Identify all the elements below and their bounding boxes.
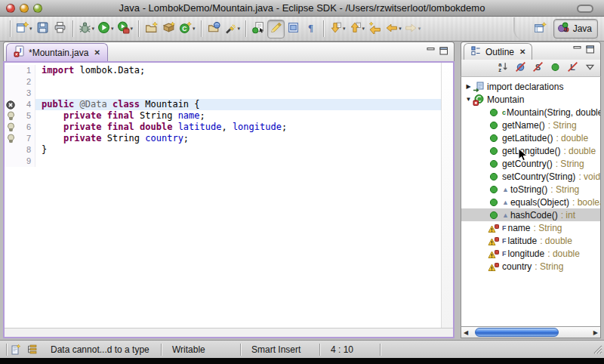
field-final-icon: [488, 235, 500, 247]
code-text[interactable]: }: [35, 144, 441, 156]
code-text[interactable]: [35, 88, 441, 99]
code-lines[interactable]: 1import lombok.Data;234public @Data clas…: [5, 63, 441, 328]
editor-maximize-button[interactable]: [439, 45, 448, 58]
scroll-left-arrow-icon[interactable]: ◀: [464, 329, 468, 336]
outline-item[interactable]: setCountry(String): void: [461, 170, 600, 183]
outline-item[interactable]: getLongitude(): double: [461, 144, 600, 157]
code-text[interactable]: private String country;: [35, 133, 441, 144]
new-java-class-icon: C: [179, 21, 192, 37]
view-menu-button[interactable]: [582, 61, 597, 75]
code-line[interactable]: 4public @Data class Mountain {: [5, 99, 441, 110]
outline-item[interactable]: ▲equals(Object): boolean: [461, 196, 600, 208]
next-annotation-button[interactable]: ▾: [328, 20, 347, 39]
outline-close-icon[interactable]: ✕: [519, 48, 525, 56]
outline-item-type: : String: [556, 159, 584, 169]
outline-horizontal-scrollbar[interactable]: ◀ ▶: [461, 326, 601, 338]
new-wizard-button[interactable]: ▾: [14, 20, 34, 39]
new-java-project-button[interactable]: [143, 20, 160, 39]
page-star-icon[interactable]: [7, 344, 23, 356]
outline-item[interactable]: country: String: [461, 260, 600, 273]
search-button[interactable]: ▾: [223, 20, 242, 39]
code-text[interactable]: [35, 156, 441, 167]
bulb-marker-icon[interactable]: [5, 122, 17, 133]
code-line[interactable]: 9: [5, 156, 441, 167]
code-text[interactable]: import lombok.Data;: [35, 65, 441, 76]
outline-item[interactable]: cMountain(String, double: [461, 106, 600, 119]
outline-item[interactable]: Flongitude: double: [461, 247, 600, 260]
dropdown-arrow-icon: ▾: [111, 26, 114, 32]
outline-minimize-button[interactable]: [573, 43, 582, 57]
method-icon: [488, 145, 500, 157]
perspective-java-button[interactable]: J Java: [553, 19, 598, 39]
outline-item[interactable]: getName(): String: [461, 119, 600, 131]
collapse-arrow-icon[interactable]: ▼: [464, 96, 473, 103]
mark-occurrences-button[interactable]: [267, 20, 285, 39]
previous-annotation-button[interactable]: ▾: [347, 20, 367, 39]
open-type-icon: [208, 21, 220, 37]
overview-ruler[interactable]: [441, 63, 453, 328]
show-selected-element-only-icon: [287, 21, 300, 37]
show-whitespace-button[interactable]: ¶: [302, 20, 319, 39]
outline-item[interactable]: ▶import declarations: [461, 80, 600, 93]
hide-non-public-button[interactable]: [547, 61, 562, 75]
back-button[interactable]: ▾: [384, 20, 403, 39]
code-line[interactable]: 6 private final double latitude, longitu…: [5, 122, 441, 133]
save-button[interactable]: [34, 20, 51, 39]
code-line[interactable]: 7 private String country;: [5, 133, 441, 144]
code-text[interactable]: private final String name;: [35, 110, 441, 122]
code-text[interactable]: private final double latitude, longitude…: [35, 122, 441, 133]
editor-minimize-button[interactable]: [427, 45, 436, 58]
error-marker-icon[interactable]: [5, 99, 17, 110]
outline-item[interactable]: getLatitude(): double: [461, 131, 600, 144]
status-message: Data cannot...d to a type: [40, 341, 161, 358]
code-text[interactable]: [35, 76, 441, 88]
outline-item-type: : boolean: [572, 197, 600, 208]
print-button[interactable]: [51, 20, 69, 39]
bulb-marker-icon[interactable]: [5, 133, 17, 144]
resize-grip[interactable]: [592, 344, 602, 356]
code-line[interactable]: 5 private final String name;: [5, 110, 441, 122]
hide-local-types-button[interactable]: L: [565, 61, 580, 75]
outline-item-label: Mountain(String, double: [507, 107, 600, 118]
outline-item[interactable]: ▲toString(): String: [461, 183, 600, 196]
hide-fields-button[interactable]: [513, 61, 528, 75]
method-override-icon: [488, 196, 500, 208]
forward-button[interactable]: ▾: [403, 20, 423, 39]
outline-maximize-button[interactable]: [586, 43, 595, 57]
editor-horizontal-scrollbar[interactable]: [5, 328, 453, 337]
expand-arrow-icon[interactable]: ▶: [464, 83, 473, 90]
outline-tab[interactable]: Outline ✕: [464, 43, 532, 60]
last-edit-location-button[interactable]: [366, 20, 384, 39]
toolbar-toggle-button[interactable]: [577, 5, 593, 13]
external-tools-button[interactable]: ▾: [116, 20, 135, 39]
open-perspective-button[interactable]: [532, 20, 549, 39]
show-source-of-selected-button[interactable]: [250, 20, 267, 39]
dropdown-arrow-icon: ▾: [238, 26, 241, 32]
new-java-package-button[interactable]: [160, 20, 177, 39]
scroll-right-arrow-icon[interactable]: ▶: [593, 329, 598, 336]
editor-tab-mountain-java[interactable]: J *Mountain.java ✕: [6, 43, 108, 61]
show-selected-element-only-button[interactable]: [285, 20, 302, 39]
code-line[interactable]: 2: [5, 76, 441, 88]
debug-button[interactable]: ▾: [77, 20, 97, 39]
outline-item[interactable]: ▼Mountain: [461, 93, 600, 106]
hide-static-button[interactable]: S: [530, 61, 545, 75]
tree-structure-icon[interactable]: [23, 344, 40, 355]
open-type-button[interactable]: [205, 20, 223, 39]
code-text[interactable]: public @Data class Mountain {: [35, 99, 441, 110]
view-menu-icon: [585, 61, 595, 75]
run-button[interactable]: ▾: [96, 20, 116, 39]
outline-item-type: : String: [535, 261, 563, 272]
outline-item[interactable]: Flatitude: double: [461, 234, 600, 247]
outline-item[interactable]: ▲hashCode(): int: [461, 208, 600, 221]
sort-button[interactable]: az: [495, 61, 510, 75]
tab-close-icon[interactable]: ✕: [94, 48, 100, 57]
outline-item[interactable]: Fname: String: [461, 221, 600, 234]
new-java-class-button[interactable]: C▾: [177, 20, 197, 39]
code-line[interactable]: 3: [5, 88, 441, 99]
code-line[interactable]: 1import lombok.Data;: [5, 65, 441, 76]
code-line[interactable]: 8}: [5, 144, 441, 156]
scrollbar-thumb[interactable]: [475, 328, 558, 337]
outline-item[interactable]: getCountry(): String: [461, 157, 600, 170]
bulb-marker-icon[interactable]: [5, 110, 17, 122]
